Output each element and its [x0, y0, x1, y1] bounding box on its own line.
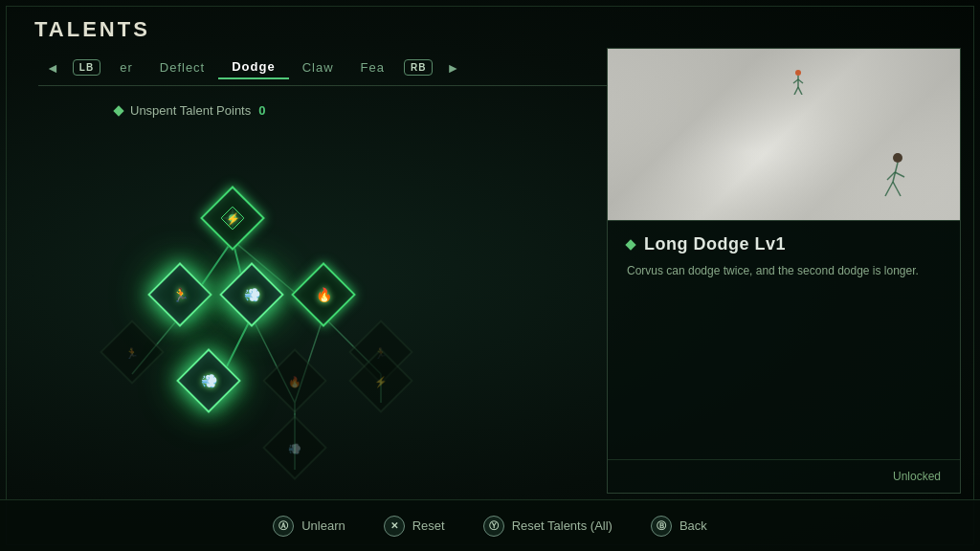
talent-node-mid-left[interactable]: 🏃: [153, 268, 207, 321]
b-button: Ⓑ: [651, 516, 672, 537]
svg-text:🔥: 🔥: [316, 287, 333, 303]
svg-line-29: [895, 172, 904, 177]
talent-node-top[interactable]: ⚡: [206, 191, 259, 245]
svg-text:🏃: 🏃: [172, 287, 189, 303]
reset-label: Reset: [412, 518, 445, 533]
node-far-left-icon: 🏃: [117, 337, 147, 367]
action-reset-all[interactable]: Ⓨ Reset Talents (All): [483, 516, 612, 537]
node-mid-left-icon: 🏃: [165, 279, 195, 310]
character-silhouette: [845, 143, 922, 210]
reset-all-label: Reset Talents (All): [512, 518, 612, 533]
talent-node-bot-center[interactable]: 🔥: [268, 354, 322, 408]
page-title: TALENTS: [34, 17, 150, 42]
skill-diamond-icon: [625, 239, 635, 250]
tab-left-arrow[interactable]: ◄: [38, 60, 67, 76]
tab-right-arrow[interactable]: ►: [438, 60, 467, 76]
skill-status: Unlocked: [608, 459, 960, 493]
skill-preview-image: [608, 49, 960, 221]
node-bot-center-icon: 🔥: [279, 365, 310, 396]
node-mid-right-icon: 🔥: [308, 279, 339, 310]
tab-claw[interactable]: Claw: [289, 56, 347, 78]
talent-node-mid-right[interactable]: 🔥: [297, 268, 350, 321]
tab-er[interactable]: er: [106, 56, 146, 78]
action-unlearn[interactable]: Ⓐ Unlearn: [273, 516, 345, 537]
node-top-icon: ⚡: [217, 203, 248, 233]
tab-deflect[interactable]: Deflect: [146, 56, 218, 78]
svg-text:🏃: 🏃: [125, 346, 139, 360]
back-label: Back: [679, 518, 707, 533]
svg-point-24: [893, 153, 902, 163]
svg-line-35: [798, 87, 802, 95]
talent-node-far-left[interactable]: 🏃: [105, 325, 159, 379]
skill-name-row: Long Dodge Lv1: [608, 221, 960, 258]
distant-figure: [791, 68, 806, 95]
tab-rb-button[interactable]: RB: [404, 59, 433, 76]
right-panel: Long Dodge Lv1 Corvus can dodge twice, a…: [607, 48, 961, 494]
svg-line-26: [885, 182, 893, 196]
tab-dodge[interactable]: Dodge: [218, 55, 288, 79]
talent-node-bot-far-right[interactable]: ⚡: [354, 354, 408, 408]
y-button: Ⓨ: [483, 516, 504, 537]
svg-text:💨: 💨: [288, 442, 301, 455]
svg-text:⚡: ⚡: [374, 375, 388, 388]
svg-line-27: [893, 182, 901, 196]
action-reset[interactable]: ✕ Reset: [384, 516, 445, 537]
svg-text:💨: 💨: [244, 287, 261, 303]
svg-point-30: [795, 70, 801, 76]
svg-text:💨: 💨: [201, 373, 218, 389]
bottom-bar: Ⓐ Unlearn ✕ Reset Ⓨ Reset Talents (All) …: [0, 499, 980, 551]
talent-tree: ⚡ 🏃 💨 🔥: [57, 86, 555, 494]
tab-fea[interactable]: Fea: [347, 56, 398, 78]
a-button: Ⓐ: [273, 516, 294, 537]
x-button: ✕: [384, 516, 405, 537]
talent-node-bottom[interactable]: 💨: [268, 421, 322, 474]
talent-node-bot-left[interactable]: 💨: [182, 354, 235, 408]
unlearn-label: Unlearn: [301, 518, 345, 533]
node-mid-center-icon: 💨: [236, 279, 267, 310]
node-bottom-icon: 💨: [279, 432, 310, 463]
skill-description: Corvus can dodge twice, and the second d…: [608, 258, 960, 289]
action-back[interactable]: Ⓑ Back: [651, 516, 707, 537]
svg-line-34: [794, 87, 798, 95]
skill-name: Long Dodge Lv1: [644, 234, 786, 254]
tab-lb-button[interactable]: LB: [73, 59, 100, 76]
svg-text:⚡: ⚡: [226, 211, 240, 226]
node-bot-left-icon: 💨: [193, 365, 224, 396]
talent-node-mid-center[interactable]: 💨: [225, 268, 278, 321]
svg-text:🔥: 🔥: [288, 375, 301, 388]
node-bot-far-right-icon: ⚡: [366, 365, 396, 396]
